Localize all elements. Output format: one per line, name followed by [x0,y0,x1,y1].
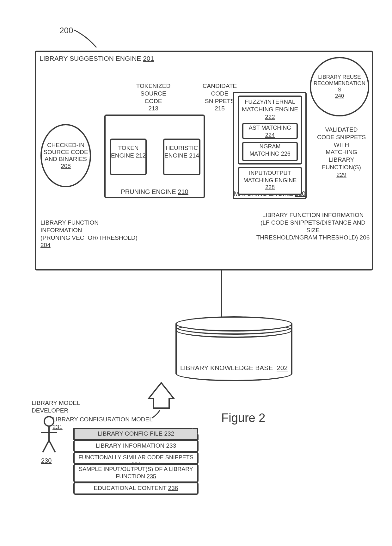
source-l2: SOURCE CODE [43,149,88,156]
pruning-title-text: PRUNING ENGINE [121,188,176,195]
r3-text: FUNCTIONALLY SIMILAR CODE SNIPPETS [78,454,193,461]
source-ellipse: CHECKED-IN SOURCE CODE AND BINARIES 208 [40,124,91,187]
developer-num: 230 [41,457,52,465]
cand-l1: CANDIDATE [198,82,242,90]
engine-title: LIBRARY SUGGESTION ENGINE 201 [40,54,154,63]
rec-num: 240 [335,93,344,99]
io-num: 228 [238,184,302,191]
ast-text: AST MATCHING [249,125,291,131]
r1-lbl: LIBRARY CONFIG FILE 232 [73,430,199,437]
svg-line-11 [43,440,49,452]
ast-lbl: AST MATCHING 224 [242,124,298,139]
svg-point-8 [44,417,54,426]
r1-num: 232 [164,430,174,437]
fuzzy-num: 222 [238,113,302,121]
validated-label: VALIDATED CODE SNIPPETS WITH MATCHING LI… [314,126,369,178]
tok-num: 213 [130,105,177,112]
pruning-title: PRUNING ENGINE 210 [104,188,205,196]
cfgmodel-text: LIBRARY CONFIGURATION MODEL [52,416,152,423]
r1-text: LIBRARY CONFIG FILE [98,430,162,437]
heuristic-num: 214 [189,152,199,159]
lfip-l2: (PRUNING VECTOR/THRESHOLD) [40,234,138,241]
val-num: 229 [314,171,369,179]
fuzzy-l1: FUZZY/INTERNAL [238,98,302,106]
fuzzy-lbl: FUZZY/INTERNAL MATCHING ENGINE 222 [238,98,302,121]
r5-lbl: EDUCATIONAL CONTENT 236 [73,484,199,492]
val-l1: VALIDATED [314,126,369,133]
tok-l3: CODE [130,97,177,105]
kb-num: 202 [277,364,288,371]
recommendation-circle: LIBRARY REUSE RECOMMENDATION S 240 [310,57,369,116]
rec-l1: LIBRARY REUSE [318,74,361,80]
r4-l1: SAMPLE INPUT/OUTPUT(S) OF A LIBRARY [73,466,199,473]
io-l1: INPUT/OUTPUT [238,170,302,177]
token-t2: ENGINE [111,152,134,159]
engine-title-text: LIBRARY SUGGESTION ENGINE [40,55,141,62]
dev-l1: LIBRARY MODEL [32,399,85,407]
dev-l2: DEVELOPER [32,407,85,414]
val-l2: CODE SNIPPETS [314,133,369,141]
engine-title-num: 201 [143,55,154,62]
r2-lbl: LIBRARY INFORMATION 233 [73,442,199,450]
val-l5: LIBRARY [314,156,369,164]
r4-lbl: SAMPLE INPUT/OUTPUT(S) OF A LIBRARY FUNC… [73,466,199,480]
lfim-num: 206 [360,234,370,241]
heur-t1: HEURISTIC [163,144,200,152]
developer-icon [38,415,60,456]
fig-ref: 200 [59,25,73,36]
figure-caption: Figure 2 [221,411,265,425]
val-l4: MATCHING [314,148,369,156]
token-lbl: TOKEN ENGINE 212 [110,144,147,159]
pruning-title-num: 210 [178,188,188,195]
tokenized-label: TOKENIZED SOURCE CODE 213 [130,82,177,112]
lfi-matching: LIBRARY FUNCTION INFORMATION (LF CODE SN… [256,211,370,241]
tok-l1: TOKENIZED [130,82,177,90]
val-l6: FUNCTION(S) [314,164,369,171]
kb-title: LIBRARY KNOWLEDGE BASE 202 [175,364,292,372]
ngram-l2: MATCHING [249,151,279,157]
ngram-l1: NGRAM [242,143,298,150]
heur-t2: ENGINE [164,152,187,159]
token-t1: TOKEN [118,145,138,151]
lfim-l2: (LF CODE SNIPPETS/DISTANCE AND SIZE [256,219,370,234]
heuristic-lbl: HEURISTIC ENGINE 214 [163,144,200,159]
lfip-num: 204 [40,242,51,248]
r2-num: 233 [166,442,176,449]
r4-num: 235 [147,473,156,480]
r2-text: LIBRARY INFORMATION [96,442,164,449]
source-l1: CHECKED-IN [47,142,84,149]
lfim-l3: THRESHOLD/NGRAM THRESHOLD) [256,234,358,241]
lfim-l1: LIBRARY FUNCTION INFORMATION [256,211,370,219]
ngram-num: 226 [281,151,291,157]
lfi-pruning: LIBRARY FUNCTION INFORMATION (PRUNING VE… [40,219,142,249]
r5-num: 236 [168,485,178,491]
token-num: 212 [136,152,146,159]
svg-line-12 [49,440,55,452]
fuzzy-l2: MATCHING ENGINE [238,106,302,113]
val-l3: WITH [314,141,369,149]
developer-label: LIBRARY MODEL DEVELOPER [32,399,85,414]
io-l2: MATCHING ENGINE [238,177,302,184]
r4-l2: FUNCTION [116,473,145,480]
ast-num: 224 [242,132,298,139]
kb-text: LIBRARY KNOWLEDGE BASE [180,364,273,371]
rec-l3: S [338,87,341,93]
io-lbl: INPUT/OUTPUT MATCHING ENGINE 228 [238,170,302,191]
source-num: 208 [61,163,71,170]
tok-l2: SOURCE [130,90,177,97]
lfip-l1: LIBRARY FUNCTION INFORMATION [40,219,142,234]
source-l3: AND BINARIES [45,156,87,163]
rec-l2: RECOMMENDATION [314,80,365,87]
ngram-lbl: NGRAM MATCHING 226 [242,143,298,157]
r5-text: EDUCATIONAL CONTENT [94,485,167,491]
